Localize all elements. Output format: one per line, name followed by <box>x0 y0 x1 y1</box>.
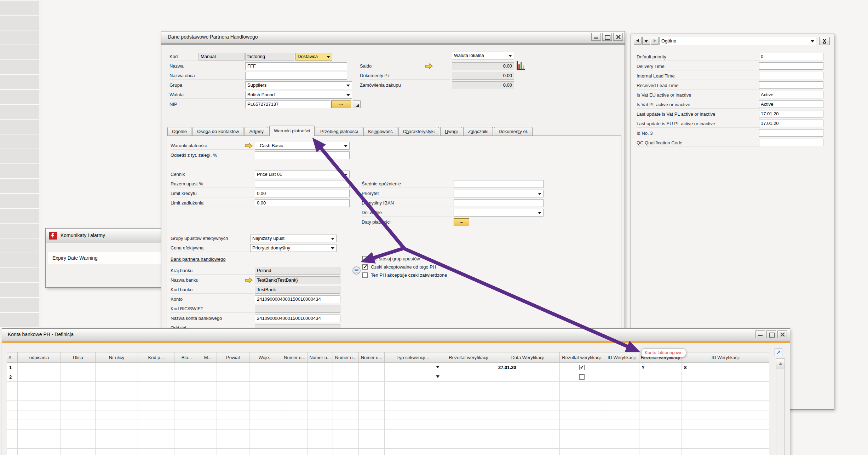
grid-cell[interactable] <box>249 430 282 439</box>
bic-field[interactable] <box>255 305 340 313</box>
grid-cell[interactable] <box>249 391 282 401</box>
col-header[interactable]: ID Weryfikacji <box>682 352 769 363</box>
tab-dokumenty-el[interactable]: Dokumenty el. <box>494 127 533 136</box>
grid-cell[interactable] <box>96 410 138 420</box>
grid-cell[interactable] <box>7 382 18 391</box>
grid-cell[interactable] <box>604 449 639 455</box>
grid-cell[interactable] <box>174 401 199 410</box>
nazwa-obca-field[interactable] <box>245 72 347 80</box>
grid-cell[interactable] <box>217 430 249 439</box>
grid-cell[interactable] <box>496 439 560 449</box>
cena-efektywna-dropdown[interactable]: Priorytet domyślny <box>250 244 337 252</box>
grid-cell[interactable] <box>96 401 138 410</box>
kod-banku-field[interactable]: TestBank <box>255 286 340 294</box>
col-header[interactable]: Kod p... <box>138 352 174 363</box>
grid-cell[interactable] <box>249 372 282 382</box>
grid-cell[interactable] <box>7 430 18 439</box>
grid-cell[interactable] <box>61 363 96 372</box>
col-header[interactable]: ID Weryfikacji <box>604 352 639 363</box>
grid-cell[interactable] <box>217 363 249 372</box>
grid-cell[interactable] <box>441 420 496 430</box>
nip-field[interactable]: PL6572727137 <box>245 100 330 108</box>
grid-cell[interactable] <box>138 430 174 439</box>
grid-cell[interactable] <box>249 401 282 410</box>
tab-adresy[interactable]: Adresy <box>245 127 268 136</box>
grid-cell[interactable] <box>496 382 560 391</box>
czeki-akceptowalne-checkbox[interactable] <box>362 264 368 270</box>
grid-cell[interactable] <box>7 391 18 401</box>
grid-cell[interactable] <box>441 449 496 455</box>
alert-item[interactable]: Expiry Date Warning <box>48 252 163 264</box>
grid-cell[interactable] <box>359 439 385 449</box>
verification-checkbox[interactable] <box>579 365 585 370</box>
chevron-down-icon[interactable] <box>436 375 439 378</box>
nazwa-konta-field[interactable]: 2410900004000150010000434 <box>255 315 340 322</box>
grid-cell[interactable] <box>441 372 496 382</box>
grid-cell[interactable] <box>682 391 769 401</box>
grid-cell[interactable] <box>333 363 359 372</box>
grid-cell[interactable] <box>199 420 217 430</box>
grid-cell[interactable] <box>61 449 96 455</box>
link-arrow-icon[interactable] <box>244 142 253 149</box>
grid-cell[interactable] <box>174 439 199 449</box>
grid-cell[interactable] <box>199 372 217 382</box>
grid-cell[interactable] <box>639 449 682 455</box>
grid-cell[interactable] <box>249 363 282 372</box>
grid-cell[interactable] <box>7 449 18 455</box>
grid-cell[interactable] <box>174 410 199 420</box>
limit-zadluzenia-field[interactable]: 0.00 <box>255 199 350 207</box>
grid-cell[interactable] <box>682 382 769 391</box>
grupa-dropdown[interactable]: Suppliers <box>245 81 352 89</box>
grid-cell[interactable] <box>441 430 496 439</box>
col-header[interactable]: Ulica <box>61 352 96 363</box>
grid-cell[interactable] <box>18 430 61 439</box>
grid-cell[interactable] <box>682 430 769 439</box>
nip-expand-button[interactable] <box>353 100 361 108</box>
grid-cell[interactable] <box>18 420 61 430</box>
grid-cell[interactable] <box>96 382 138 391</box>
grid-cell[interactable] <box>333 410 359 420</box>
grid-cell[interactable] <box>560 420 604 430</box>
grid-cell[interactable] <box>604 382 639 391</box>
udf-value[interactable]: 17.01.20 <box>759 110 823 117</box>
grid-cell[interactable] <box>385 420 441 430</box>
maximize-icon[interactable] <box>602 33 612 41</box>
grid-cell[interactable] <box>496 410 560 420</box>
grid-cell[interactable] <box>18 449 61 455</box>
grid-cell[interactable] <box>560 410 604 420</box>
udf-value[interactable] <box>759 81 823 89</box>
grid-cell[interactable] <box>249 439 282 449</box>
tab-warunki-platnosci[interactable]: Warunki płatności <box>269 126 315 136</box>
grid-cell[interactable] <box>359 430 385 439</box>
grid-cell[interactable] <box>282 401 307 410</box>
grid-cell[interactable] <box>96 372 138 382</box>
grid-cell[interactable] <box>174 430 199 439</box>
nip-browse-button[interactable]: ... <box>331 100 351 108</box>
konto-field[interactable]: 2410900004000150010000434 <box>255 295 340 303</box>
grid-cell[interactable] <box>333 439 359 449</box>
col-header[interactable]: Numer u... <box>282 352 307 363</box>
col-header[interactable]: Numer u... <box>359 352 385 363</box>
udf-value[interactable]: Active <box>759 100 823 108</box>
grid-cell[interactable] <box>307 401 333 410</box>
chevron-down-icon[interactable] <box>436 366 439 368</box>
udf-value[interactable] <box>759 72 823 79</box>
grid-cell[interactable] <box>333 430 359 439</box>
grid-cell[interactable] <box>282 372 307 382</box>
odsetki-field[interactable] <box>255 151 350 159</box>
col-header[interactable]: Woje... <box>249 352 282 363</box>
close-icon[interactable] <box>613 33 623 41</box>
grid-cell[interactable] <box>174 372 199 382</box>
grid-cell[interactable] <box>639 382 682 391</box>
grid-cell[interactable] <box>249 410 282 420</box>
bp-type-dropdown[interactable]: Dostawca <box>295 53 332 61</box>
grid-cell[interactable] <box>174 363 199 372</box>
grid-cell[interactable] <box>138 363 174 372</box>
grid-cell[interactable] <box>639 430 682 439</box>
main-titlebar[interactable]: Dane podstawowe Partnera Handlowego <box>161 31 625 43</box>
col-header[interactable]: Numer u... <box>333 352 359 363</box>
grid-cell[interactable] <box>385 449 441 455</box>
grid-cell[interactable] <box>359 410 385 420</box>
grid-cell[interactable] <box>217 420 249 430</box>
grid-cell[interactable] <box>496 449 560 455</box>
